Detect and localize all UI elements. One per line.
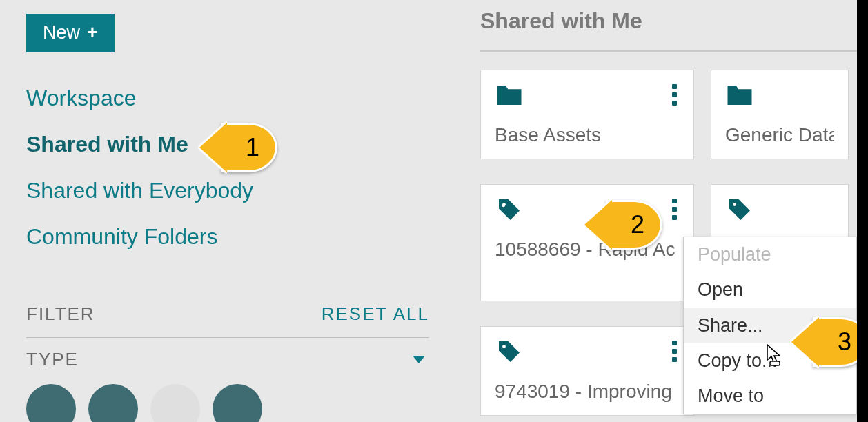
kebab-icon[interactable] <box>669 83 680 107</box>
nav-item-label: Community Folders <box>26 224 217 250</box>
svg-point-0 <box>502 203 506 206</box>
item-name: 10588669 - Rapid Ac <box>495 239 680 261</box>
nav-item-community-folders[interactable]: Community Folders <box>26 224 429 250</box>
filter-label: FILTER <box>26 303 95 325</box>
nav-item-shared-with-everybody[interactable]: Shared with Everybody <box>26 178 429 203</box>
kebab-icon[interactable] <box>669 197 680 221</box>
type-row[interactable]: TYPE <box>26 349 429 370</box>
context-menu: Populate Open Share... Copy to... Move t… <box>683 237 857 414</box>
item-card[interactable]: 9743019 - Improving <box>480 326 694 416</box>
nav-item-label: Shared with Me <box>26 132 188 157</box>
type-option-3[interactable] <box>150 384 200 422</box>
tag-icon <box>495 339 524 367</box>
folder-card[interactable]: Generic Datas <box>711 70 849 159</box>
cursor-icon <box>765 343 785 370</box>
new-button-label: New <box>43 22 80 43</box>
menu-item-open[interactable]: Open <box>684 272 856 308</box>
sidebar: New + Workspace Shared with Me Shared wi… <box>0 0 455 422</box>
divider <box>26 337 429 338</box>
nav-item-label: Workspace <box>26 86 136 111</box>
folder-name: Base Assets <box>495 124 680 146</box>
type-filter-options <box>26 384 429 422</box>
kebab-icon[interactable] <box>669 339 680 363</box>
divider <box>480 50 867 52</box>
folder-icon <box>725 83 754 110</box>
type-option-4[interactable] <box>213 384 262 422</box>
type-option-1[interactable] <box>26 384 76 422</box>
nav-list: Workspace Shared with Me Shared with Eve… <box>26 86 429 250</box>
svg-point-1 <box>733 203 736 206</box>
nav-item-label: Shared with Everybody <box>26 178 253 203</box>
type-option-2[interactable] <box>88 384 138 422</box>
folder-row: Base Assets Generic Datas <box>480 70 868 159</box>
filter-section: FILTER RESET ALL TYPE <box>26 303 429 422</box>
folder-card[interactable]: Base Assets <box>480 70 694 159</box>
type-label: TYPE <box>26 349 79 370</box>
page-title: Shared with Me <box>480 8 868 34</box>
folder-icon <box>495 83 524 110</box>
menu-item-move-to[interactable]: Move to <box>684 379 856 414</box>
folder-name: Generic Datas <box>725 124 834 146</box>
item-card[interactable]: 10588669 - Rapid Ac <box>480 184 694 301</box>
item-name: 9743019 - Improving <box>495 381 680 403</box>
nav-item-shared-with-me[interactable]: Shared with Me <box>26 132 429 157</box>
reset-all-link[interactable]: RESET ALL <box>322 303 429 325</box>
plus-icon: + <box>87 23 98 42</box>
nav-item-workspace[interactable]: Workspace <box>26 86 429 111</box>
new-button[interactable]: New + <box>26 14 115 52</box>
tag-icon <box>725 197 754 225</box>
menu-item-share[interactable]: Share... <box>684 308 856 343</box>
screenshot-edge <box>857 0 868 422</box>
tag-icon <box>495 197 524 225</box>
svg-rect-3 <box>770 361 780 365</box>
svg-point-2 <box>502 345 506 348</box>
menu-item-populate: Populate <box>684 237 856 272</box>
chevron-down-icon <box>413 356 425 363</box>
